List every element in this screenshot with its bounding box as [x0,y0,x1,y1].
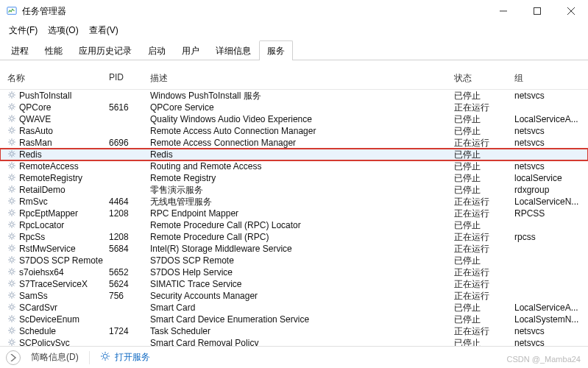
gear-icon [7,220,16,231]
service-list[interactable]: PushToInstallWindows PushToInstall 服务已停止… [0,90,588,346]
svg-line-154 [10,280,10,281]
gear-icon [7,114,16,125]
svg-line-193 [10,332,10,333]
brief-info-button[interactable]: 简略信息(D) [31,351,79,364]
tab-1[interactable]: 性能 [37,40,71,60]
menu-view[interactable]: 查看(V) [85,23,123,38]
col-header-group[interactable]: 组 [514,72,582,85]
svg-line-73 [10,174,10,175]
svg-line-155 [13,285,14,286]
svg-point-77 [10,187,14,191]
svg-line-192 [13,328,14,328]
gear-icon [7,314,16,325]
svg-line-102 [13,210,14,210]
service-row[interactable]: s7oiehsx645652S7DOS Help Service正在运行 [0,266,588,278]
service-name: SCPolicySvc [19,338,70,346]
col-header-status[interactable]: 状态 [454,72,514,85]
tab-2[interactable]: 应用历史记录 [71,40,140,60]
service-row[interactable]: QPCore5616QPCore Service正在运行 [0,102,588,113]
menu-options[interactable]: 选项(O) [43,23,82,38]
service-status: 已停止 [454,160,514,173]
svg-line-111 [13,222,14,222]
service-status: 正在运行 [454,290,514,302]
app-icon [6,5,18,17]
svg-point-68 [10,175,14,179]
service-status: 已停止 [454,90,514,102]
gear-icon [7,244,16,255]
svg-line-11 [13,96,14,97]
svg-line-182 [13,320,14,321]
gear-icon [7,338,16,347]
service-status: 正在运行 [454,137,514,149]
svg-point-86 [10,199,14,202]
service-row[interactable]: RpcSs1208Remote Procedure Call (RPC)正在运行… [0,231,588,243]
service-pid: 1208 [109,232,147,242]
service-row[interactable]: S7DOS SCP RemoteS7DOS SCP Remote已停止 [0,255,588,266]
maximize-button[interactable] [520,0,554,22]
expand-icon[interactable] [6,350,21,365]
service-row[interactable]: SamSs756Security Accounts Manager正在运行 [0,290,588,302]
service-row[interactable]: RmSvc4464无线电管理服务正在运行LocalServiceN... [0,196,588,208]
tab-3[interactable]: 启动 [140,40,174,60]
svg-point-149 [10,281,14,285]
column-headers: 名称 PID 描述 状态 组 [0,68,588,90]
footer-bar: 简略信息(D) 打开服务 [0,346,588,368]
svg-line-139 [10,261,10,262]
service-row[interactable]: SCPolicySvcSmart Card Removal Policy已停止n… [0,337,588,346]
service-row[interactable]: RemoteAccessRouting and Remote Access已停止… [0,160,588,172]
service-row[interactable]: RetailDemo零售演示服务已停止rdxgroup [0,184,588,196]
svg-line-163 [10,292,10,293]
svg-line-19 [10,104,10,105]
service-row[interactable]: S7TraceServiceX5624SIMATIC Trace Service… [0,278,588,290]
col-header-name[interactable]: 名称 [6,72,109,85]
service-row[interactable]: ScDeviceEnumSmart Card Device Enumeratio… [0,314,588,325]
service-row[interactable]: SCardSvrSmart Card已停止LocalServiceA... [0,302,588,314]
service-desc: Remote Procedure Call (RPC) [147,232,454,242]
service-row[interactable]: PushToInstallWindows PushToInstall 服务已停止… [0,90,588,102]
tab-0[interactable]: 进程 [3,40,37,60]
service-row[interactable]: RasAutoRemote Access Auto Connection Man… [0,125,588,137]
svg-line-65 [13,167,14,168]
svg-line-157 [10,285,10,286]
service-pid: 5624 [109,279,147,289]
svg-line-121 [10,238,10,238]
service-row[interactable]: Schedule1724Task Scheduler正在运行netsvcs [0,325,588,337]
tab-6[interactable]: 服务 [259,40,293,60]
service-row[interactable]: RstMwService5684Intel(R) Storage Middlew… [0,243,588,255]
svg-point-140 [10,269,14,273]
service-name: Redis [19,149,42,160]
tab-4[interactable]: 用户 [174,40,208,60]
service-row[interactable]: RpcLocatorRemote Procedure Call (RPC) Lo… [0,219,588,231]
title-bar: 任务管理器 [0,0,588,22]
gear-icon [7,91,16,102]
svg-line-166 [10,297,10,297]
service-desc: Smart Card [147,302,454,313]
svg-line-174 [13,304,14,305]
tab-5[interactable]: 详细信息 [208,40,259,60]
service-row[interactable]: RasMan6696Remote Access Connection Manag… [0,137,588,149]
service-row[interactable]: QWAVEQuality Windows Audio Video Experie… [0,113,588,125]
close-button[interactable] [554,0,588,22]
col-header-desc[interactable]: 描述 [147,72,454,85]
svg-line-201 [13,339,14,340]
service-desc: Quality Windows Audio Video Experience [147,114,454,124]
svg-line-190 [10,328,10,328]
service-group: localService [514,173,582,183]
svg-line-84 [13,186,14,187]
service-row[interactable]: RemoteRegistryRemote Registry已停止localSer… [0,172,588,184]
svg-point-5 [10,93,14,96]
service-row[interactable]: RpcEptMapper1208RPC Endpoint Mapper正在运行R… [0,208,588,219]
service-row[interactable]: RedisRedis已停止 [0,149,588,160]
minimize-button[interactable] [486,0,520,22]
col-header-pid[interactable]: PID [109,72,147,85]
svg-line-46 [10,139,10,140]
svg-line-47 [13,144,14,144]
open-services-link[interactable]: 打开服务 [100,351,150,364]
svg-rect-2 [534,8,541,15]
svg-point-95 [10,210,14,214]
menu-file[interactable]: 文件(F) [4,23,42,38]
svg-point-50 [10,152,14,155]
svg-point-212 [103,354,107,358]
svg-line-199 [10,339,10,340]
service-status: 正在运行 [454,266,514,279]
